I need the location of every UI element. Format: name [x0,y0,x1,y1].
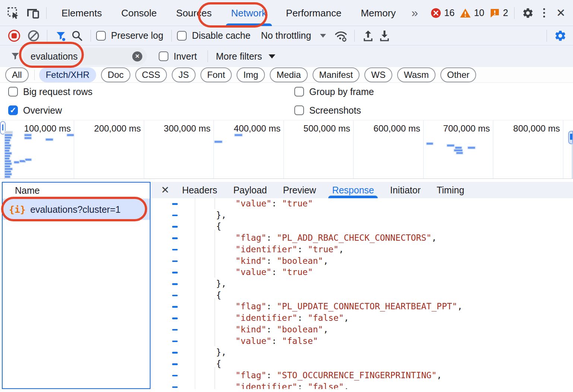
fold-marker-icon[interactable] [172,295,178,297]
fold-marker-icon[interactable] [172,341,178,342]
fold-marker-icon[interactable] [172,363,178,365]
chip-css[interactable]: CSS [135,67,167,82]
chip-img[interactable]: Img [237,67,265,82]
close-devtools-icon[interactable]: ✕ [553,6,569,19]
export-har-icon[interactable] [376,28,393,44]
chip-all[interactable]: All [5,67,29,82]
fold-marker-icon[interactable] [172,237,178,239]
screenshots-checkbox[interactable] [294,105,304,115]
request-row-selected[interactable]: {i} evaluations?cluster=1 [3,199,150,220]
detail-tab-preview[interactable]: Preview [283,182,316,198]
network-settings-gear-icon[interactable] [552,28,569,44]
tab-network[interactable]: Network [221,0,276,26]
filter-icon-active[interactable] [53,28,69,44]
issues-icon[interactable] [490,8,500,18]
fold-marker-icon[interactable] [172,306,178,308]
big-request-rows-checkbox[interactable] [8,87,18,97]
import-har-icon[interactable] [360,28,376,44]
detail-tab-timing[interactable]: Timing [437,182,464,198]
code-text: "flag": "PL_UPDATE_CONNECTOR_HEARTBEAT_P… [235,301,462,311]
disable-cache-checkbox[interactable] [177,31,187,41]
tab-memory[interactable]: Memory [351,0,405,26]
timeline-gridline [493,120,493,178]
device-toolbar-icon[interactable] [25,5,41,21]
chip-other[interactable]: Other [440,67,476,82]
chip-doc[interactable]: Doc [101,67,130,82]
response-code-line: }, [151,210,573,221]
group-by-frame-checkbox[interactable] [294,87,304,97]
fold-marker-icon[interactable] [172,283,178,285]
record-network-log-button[interactable] [8,30,20,42]
network-overview-timeline[interactable]: 100,000 ms200,000 ms300,000 ms400,000 ms… [0,120,573,179]
clear-network-log-icon[interactable] [25,28,42,44]
fold-marker-icon[interactable] [172,352,178,354]
request-timing-bar [5,158,9,159]
timeline-tick-label: 200,000 ms [85,123,141,134]
response-code-line: "identifier": "true", [151,244,573,256]
fold-marker-icon[interactable] [172,386,178,388]
filter-input[interactable]: evaluations [23,48,147,65]
response-code-line: { [151,358,573,370]
chip-js[interactable]: JS [172,67,196,82]
timeline-gridline [284,120,284,178]
divider [91,30,91,42]
more-filters-dropdown[interactable]: More filters [216,51,276,62]
fold-marker-icon[interactable] [172,272,178,274]
fold-marker-icon[interactable] [172,329,178,331]
more-options-kebab-icon[interactable] [536,5,553,21]
request-timing-bar [235,134,242,136]
detail-tab-response[interactable]: Response [332,182,374,198]
fold-marker-icon[interactable] [172,226,178,228]
tab-console[interactable]: Console [111,0,166,26]
overview-right-grip[interactable] [568,131,573,144]
detail-tab-headers[interactable]: Headers [182,182,218,198]
response-code-line: "identifier": "false", [151,313,573,324]
fold-marker-icon[interactable] [172,317,178,319]
name-column-header[interactable]: Name [3,183,150,199]
devtools-tabbar: ElementsConsoleSourcesNetworkPerformance… [0,0,573,26]
settings-gear-icon[interactable] [520,5,536,21]
big-request-rows-label: Big request rows [23,86,92,97]
fold-marker-icon[interactable] [172,375,178,377]
throttling-dropdown[interactable]: No throttling [261,30,326,41]
chip-wasm[interactable]: Wasm [397,67,436,82]
code-text: "identifier": "true", [235,244,344,254]
inspect-element-icon[interactable] [5,5,22,21]
divider [171,30,172,42]
fold-marker-icon[interactable] [172,203,178,205]
fold-marker-icon[interactable] [172,260,178,262]
chevron-down-icon [320,34,326,38]
fold-marker-icon[interactable] [172,215,178,216]
network-conditions-icon[interactable] [333,28,349,44]
chip-media[interactable]: Media [270,67,307,82]
detail-tab-payload[interactable]: Payload [233,182,267,198]
request-timing-bar [5,142,9,144]
invert-checkbox[interactable] [159,51,168,61]
search-icon[interactable] [69,28,85,44]
response-code-line: "kind": "boolean", [151,256,573,267]
fold-marker-icon[interactable] [172,249,178,251]
request-timing-bar [5,165,10,167]
chip-fetch-xhr[interactable]: Fetch/XHR [39,67,96,82]
close-detail-icon[interactable]: ✕ [161,184,170,196]
group-by-frame-label: Group by frame [309,86,374,97]
clear-filter-icon[interactable] [132,51,142,61]
preserve-log-checkbox[interactable] [96,31,106,41]
response-body-viewer[interactable]: "value": "true"},{"flag": "PL_ADD_RBAC_C… [151,198,573,389]
tab-elements[interactable]: Elements [52,0,111,26]
more-tabs-icon[interactable]: » [405,6,424,20]
detail-tab-initiator[interactable]: Initiator [390,182,421,198]
code-text: { [216,221,221,231]
tab-performance[interactable]: Performance [276,0,351,26]
console-warnings-icon[interactable] [460,8,471,18]
tab-sources[interactable]: Sources [167,0,221,26]
request-timing-bar [5,139,10,141]
request-timing-bar [5,132,12,133]
response-code-line: }, [151,347,573,358]
overview-checkbox[interactable] [8,105,18,115]
chip-ws[interactable]: WS [364,67,392,82]
console-errors-icon[interactable] [431,8,441,18]
chip-font[interactable]: Font [200,67,232,82]
chevron-down-icon [269,54,275,59]
chip-manifest[interactable]: Manifest [313,67,360,82]
